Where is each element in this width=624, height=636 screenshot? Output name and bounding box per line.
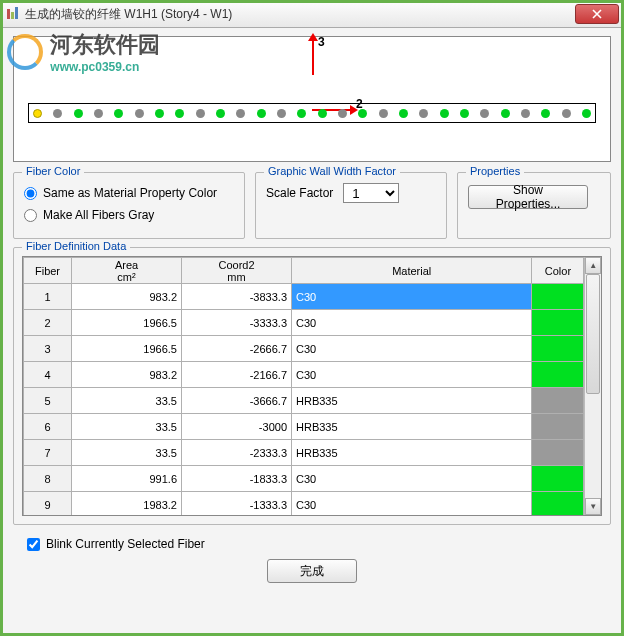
fiber-dot[interactable] <box>541 109 550 118</box>
fiber-dot[interactable] <box>480 109 489 118</box>
scrollbar[interactable]: ▲ ▼ <box>584 257 601 515</box>
table-row[interactable]: 733.5-2333.3HRB335 <box>24 440 584 466</box>
scroll-down-icon[interactable]: ▼ <box>585 498 601 515</box>
cell-coord: -3000 <box>182 414 292 440</box>
fiber-dot[interactable] <box>440 109 449 118</box>
fiber-dot[interactable] <box>419 109 428 118</box>
fiber-color-group: Fiber Color Same as Material Property Co… <box>13 172 245 239</box>
fiber-dot[interactable] <box>236 109 245 118</box>
fiber-dot[interactable] <box>196 109 205 118</box>
cell-fiber: 5 <box>24 388 72 414</box>
color-swatch <box>532 284 583 309</box>
fiber-dot[interactable] <box>33 109 42 118</box>
cell-material: C30 <box>292 284 532 310</box>
color-swatch <box>532 466 583 491</box>
scroll-track[interactable] <box>585 274 601 498</box>
fiber-dot[interactable] <box>257 109 266 118</box>
app-icon <box>5 6 21 22</box>
cell-color <box>532 336 584 362</box>
fiber-dot[interactable] <box>399 109 408 118</box>
cell-area: 33.5 <box>72 388 182 414</box>
cell-material: HRB335 <box>292 440 532 466</box>
svg-rect-2 <box>15 7 18 19</box>
cell-area: 33.5 <box>72 440 182 466</box>
fiber-dot[interactable] <box>114 109 123 118</box>
fiber-dot[interactable] <box>521 109 530 118</box>
table-row[interactable]: 1983.2-3833.3C30 <box>24 284 584 310</box>
column-header: Areacm² <box>72 258 182 284</box>
fiber-dot[interactable] <box>318 109 327 118</box>
svg-rect-0 <box>7 9 10 19</box>
fiber-dot[interactable] <box>501 109 510 118</box>
fiber-dot[interactable] <box>379 109 388 118</box>
cell-color <box>532 362 584 388</box>
table-row[interactable]: 8991.6-1833.3C30 <box>24 466 584 492</box>
fiber-dot[interactable] <box>135 109 144 118</box>
radio-input-1[interactable] <box>24 187 37 200</box>
radio-input-2[interactable] <box>24 209 37 222</box>
table-row[interactable]: 31966.5-2666.7C30 <box>24 336 584 362</box>
cell-coord: -1333.3 <box>182 492 292 517</box>
cell-coord: -2333.3 <box>182 440 292 466</box>
show-properties-button[interactable]: Show Properties... <box>468 185 588 209</box>
graphic-panel: 3 2 <box>13 36 611 162</box>
cell-material: HRB335 <box>292 414 532 440</box>
table-row[interactable]: 91983.2-1333.3C30 <box>24 492 584 517</box>
color-swatch <box>532 388 583 413</box>
cell-coord: -2166.7 <box>182 362 292 388</box>
scroll-thumb[interactable] <box>586 274 600 394</box>
cell-material: C30 <box>292 336 532 362</box>
fiber-dot[interactable] <box>94 109 103 118</box>
blink-checkbox[interactable] <box>27 538 40 551</box>
table-wrap: FiberAreacm²Coord2mmMaterialColor 1983.2… <box>22 256 602 516</box>
table-row[interactable]: 633.5-3000HRB335 <box>24 414 584 440</box>
fiber-dot[interactable] <box>53 109 62 118</box>
scale-select[interactable]: 1 <box>343 183 399 203</box>
close-button[interactable] <box>575 4 619 24</box>
color-swatch <box>532 440 583 465</box>
column-header: Color <box>532 258 584 284</box>
cell-material: C30 <box>292 492 532 517</box>
cell-coord: -3666.7 <box>182 388 292 414</box>
axis-3-label: 3 <box>318 35 325 49</box>
table-row[interactable]: 21966.5-3333.3C30 <box>24 310 584 336</box>
fiber-dot[interactable] <box>297 109 306 118</box>
radio-same-as-material[interactable]: Same as Material Property Color <box>24 186 234 200</box>
blink-label: Blink Currently Selected Fiber <box>46 537 205 551</box>
cell-fiber: 2 <box>24 310 72 336</box>
cell-area: 1983.2 <box>72 492 182 517</box>
fiber-dot[interactable] <box>460 109 469 118</box>
properties-group: Properties Show Properties... <box>457 172 611 239</box>
scale-title: Graphic Wall Width Factor <box>264 165 400 177</box>
cell-material: C30 <box>292 362 532 388</box>
fiber-dot[interactable] <box>175 109 184 118</box>
fiber-dot[interactable] <box>216 109 225 118</box>
done-button[interactable]: 完成 <box>267 559 357 583</box>
fiber-dot[interactable] <box>338 109 347 118</box>
cell-fiber: 7 <box>24 440 72 466</box>
fiber-dot[interactable] <box>155 109 164 118</box>
blink-checkbox-row[interactable]: Blink Currently Selected Fiber <box>27 537 205 551</box>
fiber-dot[interactable] <box>582 109 591 118</box>
cell-material: HRB335 <box>292 388 532 414</box>
scroll-up-icon[interactable]: ▲ <box>585 257 601 274</box>
color-swatch <box>532 310 583 335</box>
window-title: 生成的墙铰的纤维 W1H1 (Story4 - W1) <box>25 6 575 23</box>
axis-3-icon <box>312 39 314 75</box>
color-swatch <box>532 336 583 361</box>
fiber-dot[interactable] <box>358 109 367 118</box>
table-row[interactable]: 4983.2-2166.7C30 <box>24 362 584 388</box>
cell-fiber: 3 <box>24 336 72 362</box>
fiber-dot[interactable] <box>74 109 83 118</box>
properties-title: Properties <box>466 165 524 177</box>
svg-rect-1 <box>11 12 14 19</box>
table-row[interactable]: 533.5-3666.7HRB335 <box>24 388 584 414</box>
cell-area: 1966.5 <box>72 310 182 336</box>
fiber-color-title: Fiber Color <box>22 165 84 177</box>
cell-material: C30 <box>292 310 532 336</box>
cell-fiber: 1 <box>24 284 72 310</box>
fiber-dot[interactable] <box>277 109 286 118</box>
cell-color <box>532 466 584 492</box>
fiber-dot[interactable] <box>562 109 571 118</box>
radio-make-gray[interactable]: Make All Fibers Gray <box>24 208 234 222</box>
